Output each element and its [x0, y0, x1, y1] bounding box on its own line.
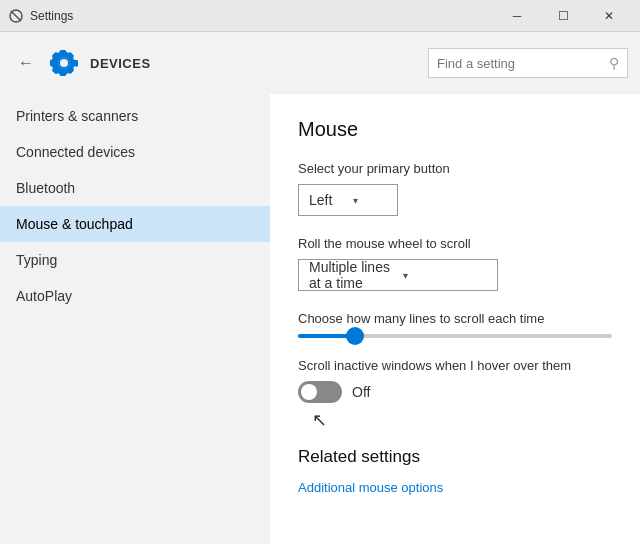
- additional-mouse-options-link[interactable]: Additional mouse options: [298, 480, 443, 495]
- toggle-track: [298, 381, 342, 403]
- maximize-button[interactable]: ☐: [540, 0, 586, 32]
- related-settings-title: Related settings: [298, 447, 612, 467]
- search-input[interactable]: [437, 56, 609, 71]
- app-header: ← DEVICES ⚲: [0, 32, 640, 94]
- header-title: DEVICES: [90, 56, 428, 71]
- titlebar: Settings ─ ☐ ✕: [0, 0, 640, 32]
- scroll-value: Multiple lines at a time: [309, 259, 393, 291]
- scroll-label: Roll the mouse wheel to scroll: [298, 236, 612, 251]
- app-container: ← DEVICES ⚲ Printers & scanners Connecte…: [0, 32, 640, 544]
- scroll-inactive-toggle[interactable]: [298, 381, 342, 403]
- chevron-down-icon: ▾: [353, 195, 387, 206]
- sidebar-item-mouse[interactable]: Mouse & touchpad: [0, 206, 270, 242]
- slider-track[interactable]: [298, 334, 612, 338]
- cursor-icon: ↖: [312, 410, 327, 430]
- back-button[interactable]: ←: [12, 49, 40, 77]
- primary-button-dropdown[interactable]: Left ▾: [298, 184, 398, 216]
- svg-line-1: [11, 11, 21, 21]
- search-box[interactable]: ⚲: [428, 48, 628, 78]
- back-icon: ←: [18, 54, 34, 72]
- toggle-thumb: [301, 384, 317, 400]
- toggle-row: Off: [298, 381, 612, 403]
- header-icon-area: [48, 47, 80, 79]
- minimize-button[interactable]: ─: [494, 0, 540, 32]
- lines-label: Choose how many lines to scroll each tim…: [298, 311, 612, 326]
- primary-button-value: Left: [309, 192, 343, 208]
- lines-slider-container: Choose how many lines to scroll each tim…: [298, 311, 612, 338]
- close-button[interactable]: ✕: [586, 0, 632, 32]
- cursor-area: ↖: [312, 409, 612, 431]
- sidebar-item-bluetooth[interactable]: Bluetooth: [0, 170, 270, 206]
- slider-thumb[interactable]: [346, 327, 364, 345]
- titlebar-title: Settings: [30, 9, 494, 23]
- gear-icon: [48, 47, 80, 79]
- app-body: Printers & scanners Connected devices Bl…: [0, 94, 640, 544]
- primary-button-label: Select your primary button: [298, 161, 612, 176]
- main-content: Mouse Select your primary button Left ▾ …: [270, 94, 640, 544]
- titlebar-controls: ─ ☐ ✕: [494, 0, 632, 32]
- sidebar-item-typing[interactable]: Typing: [0, 242, 270, 278]
- scroll-dropdown[interactable]: Multiple lines at a time ▾: [298, 259, 498, 291]
- inactive-scroll-label: Scroll inactive windows when I hover ove…: [298, 358, 612, 373]
- sidebar: Printers & scanners Connected devices Bl…: [0, 94, 270, 544]
- sidebar-item-connected[interactable]: Connected devices: [0, 134, 270, 170]
- chevron-down-icon-2: ▾: [403, 270, 487, 281]
- toggle-label: Off: [352, 384, 370, 400]
- search-icon: ⚲: [609, 55, 619, 71]
- sidebar-item-printers[interactable]: Printers & scanners: [0, 98, 270, 134]
- page-title: Mouse: [298, 118, 612, 141]
- titlebar-icon: [8, 8, 24, 24]
- sidebar-item-autoplay[interactable]: AutoPlay: [0, 278, 270, 314]
